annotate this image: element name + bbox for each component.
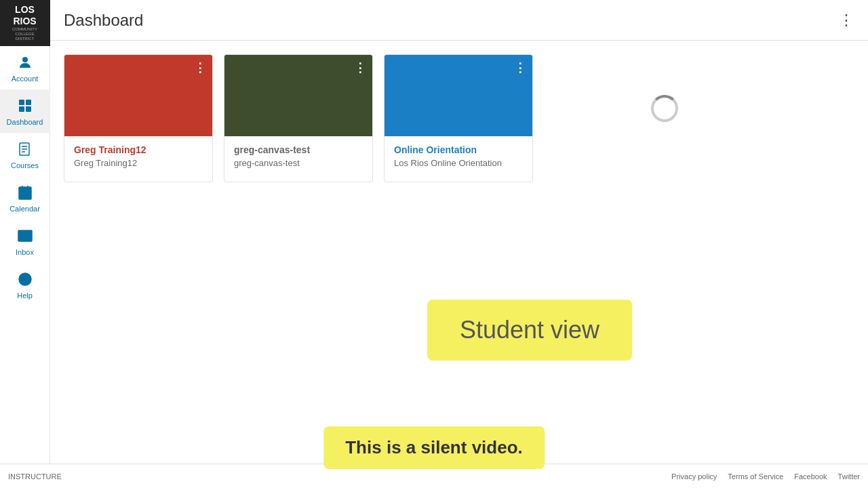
logo-sub: COMMUNITYCOLLEGEDISTRICT (12, 27, 37, 42)
card-menu-online-orientation[interactable]: ⋮ (514, 60, 527, 75)
card-image-canvas-test: ⋮ (224, 55, 372, 136)
dashboard-label: Dashboard (7, 118, 43, 126)
topbar-menu-button[interactable]: ⋮ (839, 12, 854, 29)
card-menu-greg-training[interactable]: ⋮ (194, 60, 207, 75)
sidebar-item-help[interactable]: Help (0, 263, 50, 306)
footer-tos[interactable]: Terms of Service (728, 472, 783, 481)
course-card-online-orientation[interactable]: ⋮ Online Orientation Los Rios Online Ori… (384, 54, 533, 182)
course-card-greg-training[interactable]: ⋮ Greg Training12 Greg Training12 (64, 54, 213, 182)
footer-facebook[interactable]: Facebook (794, 472, 827, 481)
courses-icon (16, 140, 35, 159)
page-title: Dashboard (64, 11, 143, 30)
logo: LOS RIOS COMMUNITYCOLLEGEDISTRICT (0, 0, 50, 46)
svg-point-15 (24, 283, 25, 283)
account-icon (16, 53, 35, 72)
svg-rect-4 (26, 106, 31, 112)
svg-point-0 (22, 57, 28, 62)
help-label: Help (17, 291, 33, 300)
calendar-label: Calendar (9, 205, 40, 213)
footer-privacy[interactable]: Privacy policy (671, 472, 717, 481)
svg-rect-9 (19, 187, 31, 199)
svg-rect-3 (19, 106, 24, 112)
inbox-label: Inbox (16, 248, 34, 256)
card-title-link-canvas-test[interactable]: greg-canvas-test (234, 144, 363, 155)
svg-rect-2 (26, 100, 31, 105)
card-image-online-orientation: ⋮ (384, 55, 532, 136)
footer-twitter[interactable]: Twitter (838, 472, 860, 481)
card-subtitle-canvas-test: greg-canvas-test (234, 158, 363, 168)
account-label: Account (12, 75, 39, 83)
logo-rios: RIOS (12, 16, 37, 27)
calendar-icon (16, 183, 35, 202)
topbar: Dashboard ⋮ (50, 0, 868, 41)
sidebar-item-dashboard[interactable]: Dashboard (0, 89, 50, 133)
card-menu-canvas-test[interactable]: ⋮ (354, 60, 367, 75)
silent-video-caption: This is a silent video. (323, 426, 545, 469)
courses-label: Courses (11, 161, 39, 169)
sidebar: LOS RIOS COMMUNITYCOLLEGEDISTRICT Accoun… (0, 0, 50, 488)
card-title-link-online-orientation[interactable]: Online Orientation (394, 144, 523, 155)
sidebar-item-calendar[interactable]: Calendar (0, 176, 50, 220)
card-subtitle-online-orientation: Los Rios Online Orientation (394, 158, 523, 168)
loading-spinner (651, 95, 678, 122)
student-view-button[interactable]: Student view (427, 300, 632, 361)
card-subtitle-greg-training: Greg Training12 (74, 158, 203, 168)
main-content: ⋮ Greg Training12 Greg Training12 ⋮ greg… (50, 41, 868, 488)
help-icon (16, 270, 35, 289)
card-image-greg-training: ⋮ (64, 55, 212, 136)
sidebar-item-courses[interactable]: Courses (0, 133, 50, 176)
sidebar-item-account[interactable]: Account (0, 46, 50, 89)
dashboard-icon (16, 96, 35, 115)
card-title-link-greg-training[interactable]: Greg Training12 (74, 144, 203, 155)
svg-rect-1 (19, 100, 24, 105)
sidebar-item-inbox[interactable]: Inbox (0, 220, 50, 263)
inbox-icon (16, 226, 35, 245)
footer-brand: INSTRUCTURE (8, 472, 62, 481)
logo-los: LOS (12, 4, 37, 16)
course-card-canvas-test[interactable]: ⋮ greg-canvas-test greg-canvas-test (224, 54, 373, 182)
course-cards: ⋮ Greg Training12 Greg Training12 ⋮ greg… (64, 54, 854, 182)
